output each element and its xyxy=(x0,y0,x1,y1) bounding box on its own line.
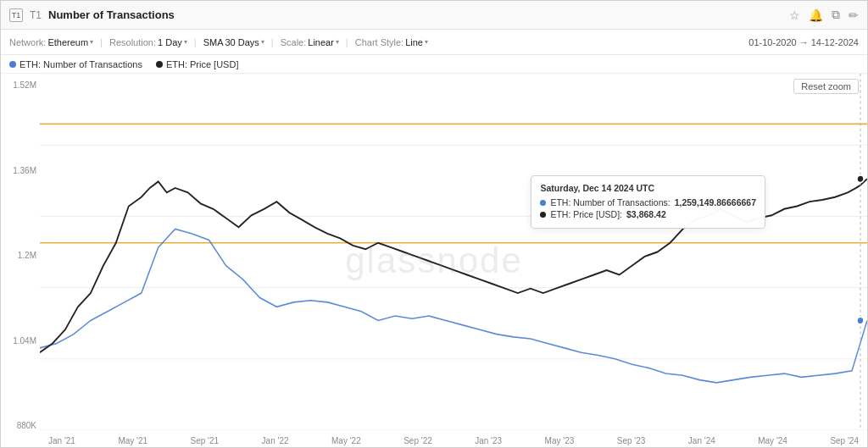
tooltip-row-price: ETH: Price [USD]: $3,868.42 xyxy=(540,209,756,219)
x-label-jan22: Jan '22 xyxy=(262,436,289,445)
edit-icon[interactable]: ✏ xyxy=(849,8,859,22)
network-label: Network: xyxy=(9,37,46,47)
chart-style-label: Chart Style: xyxy=(355,37,403,47)
resolution-selector[interactable]: Resolution: 1 Day ▾ xyxy=(109,37,187,47)
chart-style-chevron: ▾ xyxy=(425,38,428,46)
x-label-sep22: Sep '22 xyxy=(403,436,432,445)
x-label-jan24: Jan '24 xyxy=(688,436,715,445)
toolbar: Network: Ethereum ▾ | Resolution: 1 Day … xyxy=(1,30,867,55)
tooltip-dot-price xyxy=(540,212,546,218)
tooltip-value-price: $3,868.42 xyxy=(626,209,666,219)
sma-chevron: ▾ xyxy=(261,38,264,46)
tab-label: T1 xyxy=(30,9,42,21)
x-label-may22: May '22 xyxy=(331,436,361,445)
x-label-sep24: Sep '24 xyxy=(830,436,859,445)
tooltip-title: Saturday, Dec 14 2024 UTC xyxy=(540,183,756,193)
x-label-sep21: Sep '21 xyxy=(191,436,220,445)
tooltip-row-transactions: ETH: Number of Transactions: 1,259,149.8… xyxy=(540,197,756,207)
tooltip-label-transactions: ETH: Number of Transactions: xyxy=(550,197,670,207)
chart-area: 1.52M 1.36M 1.2M 1.04M 880K xyxy=(1,74,867,447)
window-icon: T1 xyxy=(9,8,23,22)
chart-style-selector[interactable]: Chart Style: Line ▾ xyxy=(355,37,428,47)
chart-tooltip: Saturday, Dec 14 2024 UTC ETH: Number of… xyxy=(531,175,765,229)
network-value: Ethereum xyxy=(47,37,88,47)
scale-label: Scale: xyxy=(281,37,307,47)
legend-item-price: ETH: Price [USD] xyxy=(156,59,239,69)
scale-selector[interactable]: Scale: Linear ▾ xyxy=(281,37,339,47)
network-selector[interactable]: Network: Ethereum ▾ xyxy=(9,37,93,47)
tooltip-value-transactions: 1,259,149.86666667 xyxy=(675,197,756,207)
x-label-jan23: Jan '23 xyxy=(475,436,502,445)
scale-chevron: ▾ xyxy=(336,38,339,46)
resolution-chevron: ▾ xyxy=(184,38,187,46)
star-icon[interactable]: ☆ xyxy=(789,8,800,22)
y-label-3: 1.2M xyxy=(1,251,40,260)
title-bar-actions: ☆ 🔔 ⧉ ✏ xyxy=(789,8,859,22)
chart-svg xyxy=(40,74,867,430)
y-axis: 1.52M 1.36M 1.2M 1.04M 880K xyxy=(1,74,40,447)
legend-item-transactions: ETH: Number of Transactions xyxy=(9,59,142,69)
date-range: 01-10-2020 → 14-12-2024 xyxy=(748,37,859,47)
tooltip-dot-transactions xyxy=(540,200,546,206)
resolution-label: Resolution: xyxy=(109,37,156,47)
tooltip-label-price: ETH: Price [USD]: xyxy=(550,209,622,219)
network-chevron: ▾ xyxy=(90,38,93,46)
legend-dot-price xyxy=(156,61,163,68)
x-label-may24: May '24 xyxy=(758,436,787,445)
x-label-jan21: Jan '21 xyxy=(48,436,75,445)
toolbar-controls: Network: Ethereum ▾ | Resolution: 1 Day … xyxy=(9,37,428,47)
scale-value: Linear xyxy=(308,37,334,47)
y-label-5: 1.52M xyxy=(1,80,40,90)
legend-label-transactions: ETH: Number of Transactions xyxy=(19,59,142,69)
sma-label: SMA xyxy=(203,37,224,47)
legend-dot-transactions xyxy=(9,61,16,68)
y-label-4: 1.36M xyxy=(1,166,40,175)
bell-icon[interactable]: 🔔 xyxy=(809,8,823,22)
x-label-may21: May '21 xyxy=(118,436,147,445)
title-bar-left: T1 T1 Number of Transactions xyxy=(9,8,175,22)
x-label-sep23: Sep '23 xyxy=(617,436,646,445)
app-window: T1 T1 Number of Transactions ☆ 🔔 ⧉ ✏ Net… xyxy=(0,0,868,448)
resolution-value: 1 Day xyxy=(158,37,182,47)
x-axis: Jan '21 May '21 Sep '21 Jan '22 May '22 … xyxy=(40,436,867,445)
reset-zoom-button[interactable]: Reset zoom xyxy=(793,79,859,94)
y-label-1: 880K xyxy=(1,421,40,430)
page-title: Number of Transactions xyxy=(48,8,175,21)
legend-label-price: ETH: Price [USD] xyxy=(166,59,239,69)
title-bar: T1 T1 Number of Transactions ☆ 🔔 ⧉ ✏ xyxy=(1,1,867,30)
chart-style-value: Line xyxy=(405,37,423,47)
copy-icon[interactable]: ⧉ xyxy=(832,8,840,22)
transactions-line xyxy=(40,230,867,383)
y-label-2: 1.04M xyxy=(1,336,40,346)
svg-point-10 xyxy=(857,175,864,183)
legend-bar: ETH: Number of Transactions ETH: Price [… xyxy=(1,55,867,74)
sma-value: 30 Days xyxy=(225,37,259,47)
sma-selector[interactable]: SMA 30 Days ▾ xyxy=(203,37,264,47)
svg-point-9 xyxy=(857,317,864,324)
x-label-may23: May '23 xyxy=(545,436,575,445)
